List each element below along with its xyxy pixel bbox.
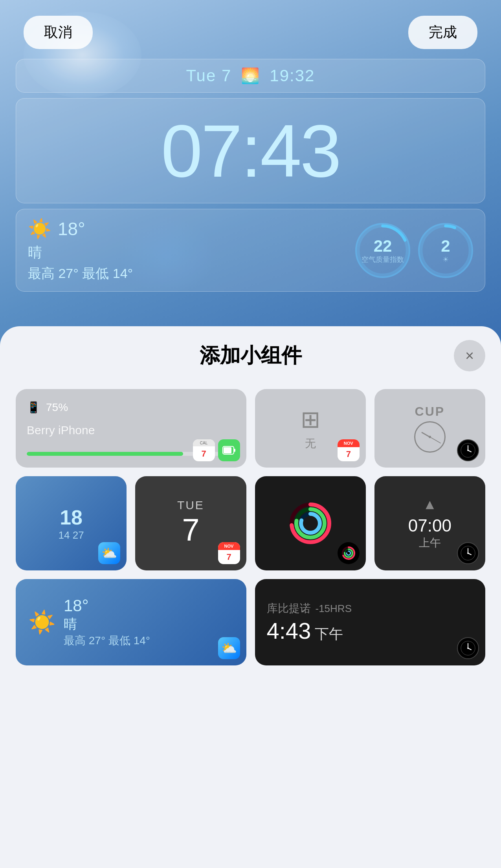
cancel-button[interactable]: 取消 — [24, 16, 93, 49]
sheet-header: 添加小组件 × — [16, 342, 485, 369]
battery-header: 📱 75% — [27, 401, 235, 414]
activity-widget-card[interactable] — [255, 476, 366, 570]
battery-icon-svg — [222, 446, 236, 455]
date-widget: Tue 7 🌅 19:32 — [16, 59, 485, 93]
date-text: Tue 7 — [186, 66, 232, 85]
close-button[interactable]: × — [454, 340, 485, 371]
weather-wide-high: 最高 27° — [64, 634, 105, 647]
world-clock-app-svg — [460, 640, 476, 656]
alarm-app-icon — [457, 542, 479, 564]
svg-point-10 — [467, 450, 469, 451]
alarm-widget-card[interactable]: ▲ 07:00 上午 — [374, 476, 485, 570]
calendar-day-number: 7 — [182, 512, 200, 548]
weather-info: ☀️ 18° 晴 最高 27° 最低 14° — [28, 218, 347, 283]
world-time-row: 4:43 下午 — [267, 618, 474, 644]
battery-percentage: 75% — [46, 401, 68, 414]
world-time-diff: -15HRS — [316, 603, 352, 615]
weather-main: ☀️ 18° — [28, 218, 347, 240]
clock-widget: 07:43 — [16, 98, 485, 203]
activity-rings-svg — [289, 502, 332, 545]
weather-wide-low: 最低 14° — [108, 634, 150, 647]
clock-app-icon — [457, 439, 479, 461]
cup-label: CUP — [415, 404, 445, 419]
world-city-name: 库比提诺 — [267, 601, 311, 616]
minute-hand — [429, 437, 441, 444]
weather-wide-card[interactable]: ☀️ 18° 晴 最高 27° 最低 14° ⛅ — [16, 579, 246, 665]
weather-app-emoji: ⛅ — [98, 542, 120, 564]
weather-widget: ☀️ 18° 晴 最高 27° 最低 14° 22 空气质量指数 2 — [16, 209, 485, 292]
time-text: 19:32 — [270, 66, 315, 85]
battery-device-name: Berry iPhone — [27, 424, 235, 437]
battery-widget-card[interactable]: 📱 75% Berry iPhone CAL — [16, 389, 246, 468]
clock-minute: 43 — [260, 109, 340, 192]
weather-wide-condition: 晴 — [64, 615, 150, 633]
aqi-label: 空气质量指数 — [362, 256, 404, 264]
world-clock-widget: 库比提诺 -15HRS 4:43 下午 — [255, 579, 486, 665]
weather-app-icon: ⛅ — [98, 542, 120, 564]
cal-overlay-header: CAL — [200, 441, 207, 445]
world-clock-ampm: 下午 — [315, 625, 343, 644]
calendar-small-card[interactable]: TUE 7 NOV 7 — [135, 476, 246, 570]
add-widget-sheet: 添加小组件 × 📱 75% Berry iPhone — [0, 326, 501, 868]
weather-condition: 晴 — [28, 243, 347, 262]
calendar-app-overlay: CAL 7 — [193, 439, 215, 461]
lock-screen-widgets: Tue 7 🌅 19:32 07:43 ☀️ 18° 晴 最高 27° 最低 1… — [16, 59, 485, 297]
cal-small-month: NOV — [224, 544, 234, 548]
world-clock-header: 库比提诺 -15HRS — [267, 601, 474, 618]
weather-small-minmax: 14 27 — [59, 529, 84, 541]
weather-wide-widget: ☀️ 18° 晴 最高 27° 最低 14° ⛅ — [16, 579, 246, 665]
uv-label: ☀ — [442, 256, 449, 264]
weather-minmax: 最高 27° 最低 14° — [28, 265, 347, 283]
date-row: Tue 7 🌅 19:32 — [28, 66, 473, 85]
alarm-bell-icon: ▲ — [423, 496, 437, 513]
weather-low: 最低 14° — [82, 266, 133, 281]
weather-temp: 18° — [58, 218, 85, 239]
sun-icon: ☀️ — [28, 218, 51, 240]
weather-wide-emoji: ⛅ — [218, 637, 240, 659]
weather-wide-minmax: 最高 27° 最低 14° — [64, 633, 150, 648]
cal-overlay-date: 7 — [193, 446, 215, 461]
cal-small-date: 7 — [218, 550, 240, 564]
alarm-clock-svg — [460, 545, 476, 561]
alarm-ampm: 上午 — [419, 535, 441, 550]
analog-clock — [414, 421, 446, 453]
top-bar: 取消 完成 — [0, 16, 501, 49]
weather-high: 最高 27° — [28, 266, 79, 281]
weather-wide-info: 18° 晴 最高 27° 最低 14° — [64, 596, 150, 648]
aqi-value: 22 — [374, 237, 392, 256]
clock-center — [429, 436, 431, 438]
phone-icon: 📱 — [27, 401, 40, 414]
calendar-day-name: TUE — [177, 499, 204, 512]
activity-app-icon — [338, 542, 360, 564]
widget-grid: 📱 75% Berry iPhone CAL — [16, 389, 485, 665]
svg-rect-5 — [234, 449, 235, 452]
calendar-small-app-icon: NOV 7 — [218, 542, 240, 564]
clock-display: 07:43 — [28, 106, 473, 196]
svg-rect-6 — [224, 447, 231, 453]
alarm-time: 07:00 — [408, 516, 451, 535]
battery-bar-fill — [27, 452, 183, 456]
uv-gauge: 2 ☀ — [418, 223, 473, 278]
weather-small-temp: 18 — [60, 506, 83, 529]
cup-clock-widget-card[interactable]: CUP — [374, 389, 485, 468]
calculator-app-icon: NOV 7 — [338, 439, 360, 461]
weather-small-card[interactable]: 18 14 27 ⛅ — [16, 476, 127, 570]
battery-app-icon — [218, 439, 240, 461]
calculator-widget-card[interactable]: ⊞ 无 NOV 7 — [255, 389, 366, 468]
cal-icon-month: NOV — [344, 441, 353, 446]
uv-value: 2 — [441, 237, 450, 256]
world-clock-card[interactable]: 库比提诺 -15HRS 4:43 下午 — [255, 579, 486, 665]
weather-wide-app-icon: ⛅ — [218, 637, 240, 659]
calculator-label: 无 — [305, 436, 316, 451]
sheet-title: 添加小组件 — [200, 342, 302, 369]
svg-point-27 — [467, 552, 469, 554]
aqi-gauge: 22 空气质量指数 — [355, 223, 410, 278]
cal-icon-date: 7 — [338, 447, 360, 461]
done-button[interactable]: 完成 — [408, 16, 477, 49]
clock-hour: 07 — [161, 109, 241, 192]
world-clock-time: 4:43 — [267, 618, 311, 644]
sunset-icon: 🌅 — [241, 67, 260, 84]
svg-point-17 — [341, 546, 356, 560]
weather-wide-sun: ☀️ — [28, 609, 56, 635]
svg-point-31 — [467, 647, 469, 649]
